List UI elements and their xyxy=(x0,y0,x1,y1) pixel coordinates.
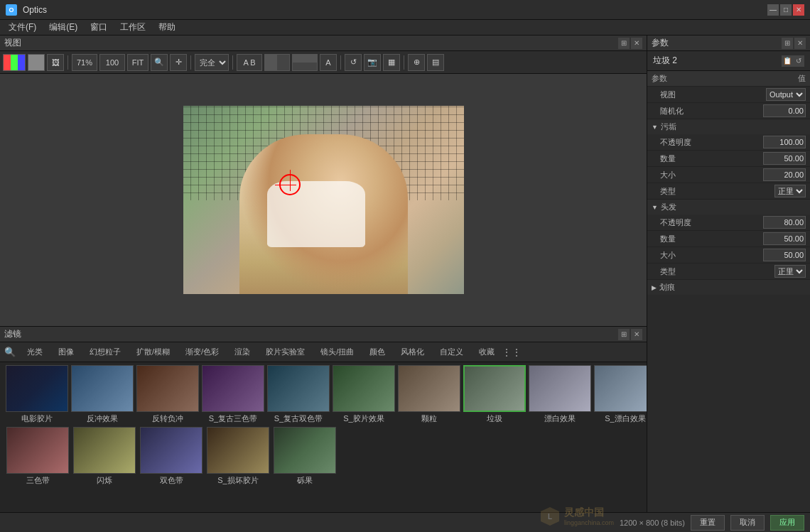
filter-item-trash[interactable]: 垃圾 xyxy=(463,365,526,424)
filter-item-2color[interactable]: 双色带 xyxy=(139,427,203,486)
params-header: 参数 ⊞ ✕ xyxy=(647,36,810,51)
filter-tab-film[interactable]: 胶片实验室 xyxy=(260,345,310,359)
watermark-site: 灵感中国 xyxy=(564,506,614,519)
gray-channel-button[interactable] xyxy=(28,54,45,71)
filter-expand-button[interactable]: ⊞ xyxy=(618,329,630,340)
filter-item-sfilm[interactable]: S_胶片效果 xyxy=(333,365,395,424)
filter-item-movie[interactable]: 电影胶片 xyxy=(6,365,68,424)
filter-tab-image[interactable]: 图像 xyxy=(53,345,80,359)
filter-item-effect[interactable]: 砾果 xyxy=(273,427,337,486)
filter-tab-custom[interactable]: 自定义 xyxy=(434,345,469,359)
filter-tab-gradient[interactable]: 渐变/色彩 xyxy=(180,345,225,359)
cancel-button[interactable]: 取消 xyxy=(730,515,765,531)
image-button[interactable]: 🖼 xyxy=(47,54,64,71)
param-row-dirt-type: 类型 正里 xyxy=(647,183,810,200)
params-expand-button[interactable]: ⊞ xyxy=(782,38,793,49)
filter-header: 滤镜 ⊞ ✕ xyxy=(0,327,647,342)
hair-chevron: ▼ xyxy=(652,204,658,211)
title-bar: O Optics — □ ✕ xyxy=(0,0,810,20)
filter-label-effect: 砾果 xyxy=(297,475,313,486)
filter-item-s3color[interactable]: S_复古三色带 xyxy=(202,365,264,424)
channels-button[interactable] xyxy=(3,54,26,71)
snapshot-button[interactable]: 📷 xyxy=(364,54,381,71)
filter-item-3band[interactable]: 三色带 xyxy=(6,427,70,486)
params-close-button[interactable]: ✕ xyxy=(794,38,806,49)
params-title-bar: 垃圾 2 📋 ↺ xyxy=(647,51,810,71)
zoom-pct-button[interactable]: 71% xyxy=(72,54,97,71)
target-button[interactable]: ⊕ xyxy=(408,54,425,71)
menu-window[interactable]: 窗口 xyxy=(85,20,113,35)
filter-tab-light[interactable]: 光类 xyxy=(21,345,48,359)
scratch-chevron: ▶ xyxy=(652,284,657,291)
histogram-button[interactable]: ▤ xyxy=(427,54,444,71)
menu-edit[interactable]: 编辑(E) xyxy=(43,20,83,35)
filter-thumb-bleach xyxy=(529,365,591,412)
view-label: 视图 xyxy=(4,37,21,49)
zoom-input[interactable]: 100 xyxy=(99,54,125,71)
rotate-button[interactable]: ↺ xyxy=(345,54,362,71)
filter-item-flicker[interactable]: 闪烁 xyxy=(72,427,136,486)
filter-tab-favorites[interactable]: 收藏 xyxy=(473,345,500,359)
ab-button[interactable]: A B xyxy=(237,54,262,71)
view-header: 视图 ⊞ ✕ xyxy=(0,36,647,51)
view-expand-button[interactable]: ⊞ xyxy=(618,38,630,49)
view-close-button[interactable]: ✕ xyxy=(631,38,642,49)
fit-button[interactable]: FIT xyxy=(127,54,148,71)
filter-item-grain[interactable]: 颗粒 xyxy=(398,365,460,424)
grid-view-button[interactable]: ▦ xyxy=(383,54,400,71)
filter-tab-diffuse[interactable]: 扩散/模糊 xyxy=(131,345,176,359)
section-header-hair[interactable]: ▼ 头发 xyxy=(647,200,810,215)
filter-item-s2color[interactable]: S_复古双色带 xyxy=(267,365,330,424)
maximize-button[interactable]: □ xyxy=(780,4,792,16)
params-reset-small-button[interactable]: ↺ xyxy=(793,55,804,67)
filter-tab-lens[interactable]: 镜头/扭曲 xyxy=(315,345,360,359)
hair-section-label: 头发 xyxy=(661,202,676,212)
reset-button[interactable]: 重置 xyxy=(691,515,725,531)
minimize-button[interactable]: — xyxy=(767,4,779,16)
split-v-button[interactable] xyxy=(264,54,290,71)
menu-workspace[interactable]: 工作区 xyxy=(114,20,151,35)
filter-tab-fantasy[interactable]: 幻想粒子 xyxy=(84,345,126,359)
text-tool-button[interactable]: A xyxy=(320,54,337,71)
filter-search-button[interactable]: 🔍 xyxy=(3,345,17,359)
menu-help[interactable]: 帮助 xyxy=(153,20,181,35)
param-dirt-size-input[interactable] xyxy=(763,168,806,181)
filter-grid-icon-button[interactable]: ⋮⋮ xyxy=(504,345,519,359)
param-dirt-opacity-input[interactable] xyxy=(763,136,806,148)
section-header-dirt[interactable]: ▼ 污垢 xyxy=(647,119,810,134)
filter-item-reflect[interactable]: 反冲效果 xyxy=(71,365,134,424)
split-h-button[interactable] xyxy=(292,54,318,71)
param-hair-amount-input[interactable] xyxy=(763,232,806,245)
view-canvas xyxy=(0,74,647,326)
apply-button[interactable]: 应用 xyxy=(770,515,804,531)
filter-item-sbleach[interactable]: S_漂白效果 xyxy=(594,365,647,424)
filter-item-reverse[interactable]: 反转负冲 xyxy=(136,365,199,424)
left-panel: 视图 ⊞ ✕ 🖼 71% 100 FIT 🔍 ✛ 完 xyxy=(0,36,647,512)
filter-thumb-effect xyxy=(274,427,336,474)
zoom-tool-button[interactable]: 🔍 xyxy=(151,54,168,71)
pan-tool-button[interactable]: ✛ xyxy=(170,54,187,71)
param-view-select[interactable]: Output xyxy=(766,88,806,101)
param-hair-opacity-input[interactable] xyxy=(763,216,806,229)
view-mode-select[interactable]: 完全 xyxy=(195,54,229,71)
filter-item-bleach[interactable]: 漂白效果 xyxy=(529,365,591,424)
param-hair-size-input[interactable] xyxy=(763,249,806,261)
filter-tab-render[interactable]: 渲染 xyxy=(229,345,256,359)
params-preset-button[interactable]: 📋 xyxy=(782,55,793,67)
filter-close-button[interactable]: ✕ xyxy=(631,329,642,340)
watermark: L 灵感中国 lingganchina.com xyxy=(540,506,614,526)
param-dirt-amount-input[interactable] xyxy=(763,152,806,165)
filter-thumb-2color xyxy=(140,427,202,474)
param-row-view: 视图 Output xyxy=(647,87,810,103)
param-hair-type-select[interactable]: 正里 xyxy=(774,265,806,278)
view-toolbar: 🖼 71% 100 FIT 🔍 ✛ 完全 A B A ↺ 📷 ▦ xyxy=(0,51,647,74)
filter-tab-stylize[interactable]: 风格化 xyxy=(395,345,430,359)
filter-thumb-sfilm xyxy=(333,365,395,412)
filter-tab-color[interactable]: 颜色 xyxy=(364,345,391,359)
filter-item-sdamage[interactable]: S_损坏胶片 xyxy=(206,427,270,486)
close-button[interactable]: ✕ xyxy=(793,4,804,16)
param-random-input[interactable] xyxy=(763,104,806,117)
param-dirt-type-select[interactable]: 正里 xyxy=(774,185,806,197)
section-header-scratch[interactable]: ▶ 划痕 xyxy=(647,280,810,295)
menu-file[interactable]: 文件(F) xyxy=(3,20,42,35)
